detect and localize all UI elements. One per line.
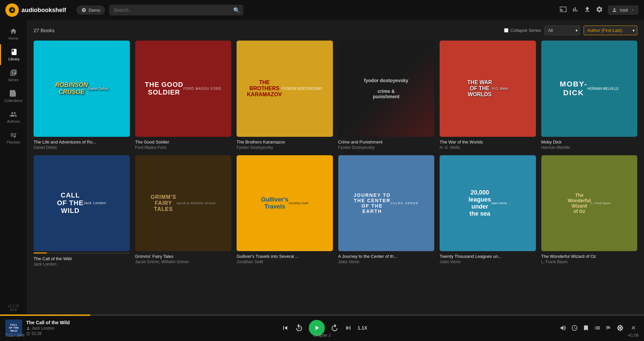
theme-button[interactable]: [617, 325, 624, 331]
upload-icon[interactable]: [584, 6, 591, 15]
books-count: 27 Books: [34, 27, 55, 33]
player-title: The Call of the Wild: [26, 320, 89, 325]
player-author-name: Jack London: [32, 326, 54, 331]
player-progress-bar[interactable]: [0, 315, 644, 316]
sidebar-label-home: Home: [8, 36, 18, 40]
book-cover-12: TheWonderfulWizardof OzL. Frank Baum: [541, 155, 638, 251]
player-duration: 52:28: [26, 331, 89, 336]
book-cover-11: 20,000leaguesunderthe seaJules Verne: [440, 155, 536, 251]
sidebar: Home Library Series Collections Authors …: [0, 20, 27, 314]
book-author-11: Jules Verne: [440, 260, 536, 264]
demo-badge[interactable]: Demo: [77, 5, 105, 15]
filter-select-wrap: All Finished In Progress Unread: [544, 25, 580, 35]
chapters-button[interactable]: [594, 325, 601, 331]
sidebar-item-playlists[interactable]: Playlists: [0, 127, 27, 148]
collapse-series-label[interactable]: Collapse Series: [504, 28, 541, 33]
book-title-6: Moby Dick: [541, 139, 638, 145]
top-nav-right: root: [559, 5, 639, 15]
book-author-4: Fyodor Dostoyevsky: [338, 145, 435, 150]
book-author-7: Jack London: [34, 262, 130, 267]
book-card-1[interactable]: ROBINSONCRUSOEDaniel Defoe The Life and …: [34, 41, 130, 150]
book-author-5: H. G. Wells: [440, 145, 536, 150]
sidebar-label-library: Library: [8, 57, 20, 61]
fast-forward-button[interactable]: [330, 324, 339, 332]
book-title-10: A Journey to the Center of th...: [338, 254, 435, 259]
book-title-7: The Call of the Wild: [34, 256, 130, 261]
book-title-5: The War of the Worlds: [440, 139, 536, 145]
player-author: Jack London: [26, 326, 89, 331]
book-author-10: Jules Verne: [338, 260, 435, 264]
sleep-timer-button[interactable]: [571, 325, 578, 331]
book-card-5[interactable]: THE WAROF THEWORLDSH.G. Wells The War of…: [440, 41, 536, 150]
book-card-9[interactable]: Gulliver'sTravelsJonathan Swift Gulliver…: [237, 155, 333, 267]
cast-icon[interactable]: [559, 6, 567, 15]
book-card-10[interactable]: JOURNEY TOTHE CENTEROF THEEARTHJules Ver…: [338, 155, 435, 267]
player-meta: The Call of the Wild Jack London 52:28: [26, 320, 89, 336]
book-title-4: Crime and Punishment: [338, 139, 435, 145]
user-menu[interactable]: root: [608, 5, 639, 15]
username: root: [620, 7, 628, 13]
book-card-11[interactable]: 20,000leaguesunderthe seaJules Verne Twe…: [440, 155, 536, 267]
skip-to-start-button[interactable]: [281, 324, 289, 332]
book-card-6[interactable]: MOBY-DICKHERMAN MELVILLE Moby Dick Herma…: [541, 41, 638, 150]
player-right-controls: ✕: [554, 322, 644, 334]
book-title-11: Twenty Thousand Leagues un...: [440, 254, 536, 259]
sort-select-wrap: Author (First Last) Title Added Publishe…: [584, 25, 637, 35]
search-input[interactable]: [109, 5, 243, 15]
filter-select[interactable]: All Finished In Progress Unread: [544, 25, 580, 35]
top-nav: audiobookshelf Demo 🔍 root: [0, 0, 644, 20]
sort-select[interactable]: Author (First Last) Title Added Publishe…: [584, 25, 637, 35]
book-cover-9: Gulliver'sTravelsJonathan Swift: [237, 155, 333, 251]
player-bar: CALLOF THEWILD The Call of the Wild Jack…: [0, 314, 644, 341]
sidebar-item-library[interactable]: Library: [0, 44, 27, 65]
book-title-9: Gulliver's Travels into Several ...: [237, 254, 333, 259]
book-card-8[interactable]: GRIMM'SFAIRYTALESJacob & Wilhelm Grimm G…: [135, 155, 232, 267]
book-cover-10: JOURNEY TOTHE CENTEROF THEEARTHJules Ver…: [338, 155, 435, 251]
book-author-3: Fyodor Dostoyevsky: [237, 145, 333, 150]
book-cover-1: ROBINSONCRUSOEDaniel Defoe: [34, 41, 130, 137]
book-title-1: The Life and Adventures of Ro...: [34, 139, 130, 145]
sidebar-version: v2.2.16 local: [5, 301, 22, 314]
sidebar-item-series[interactable]: Series: [0, 65, 27, 86]
book-cover-2: THE GOODSOLDIERFORD MADOX FORD: [135, 41, 232, 137]
toolbar-right: Collapse Series All Finished In Progress…: [504, 25, 637, 35]
sidebar-item-home[interactable]: Home: [0, 23, 27, 44]
sidebar-label-authors: Authors: [7, 119, 20, 123]
book-card-2[interactable]: THE GOODSOLDIERFORD MADOX FORD The Good …: [135, 41, 232, 150]
svg-text:30: 30: [297, 327, 300, 329]
book-author-1: Daniel Defoe: [34, 145, 130, 150]
sidebar-item-collections[interactable]: Collections: [0, 86, 27, 107]
book-card-4[interactable]: fyodor dostoyevskycrime &punishment Crim…: [338, 41, 435, 150]
close-player-button[interactable]: ✕: [628, 322, 639, 334]
main-content: 27 Books Collapse Series All Finished In…: [27, 20, 644, 314]
player-progress-fill: [0, 315, 90, 316]
search-icon[interactable]: 🔍: [233, 7, 240, 13]
sidebar-label-playlists: Playlists: [7, 140, 20, 144]
sidebar-item-authors[interactable]: Authors: [0, 107, 27, 127]
book-card-7[interactable]: CALLOF THEWILDJack London The Call of th…: [34, 155, 130, 267]
sidebar-label-series: Series: [8, 78, 18, 82]
book-grid: ROBINSONCRUSOEDaniel Defoe The Life and …: [34, 41, 637, 267]
book-card-3[interactable]: THEBROTHERSKARAMAZOVFyodor Dostoyevsky T…: [237, 41, 333, 150]
app-name: audiobookshelf: [21, 7, 66, 14]
book-title-12: The Wonderful Wizard of Oz: [541, 254, 638, 259]
chapter-label: Chapter 2: [313, 333, 331, 338]
book-author-12: L. Frank Baum: [541, 260, 638, 264]
rewind-button[interactable]: 30: [295, 324, 303, 332]
stats-icon[interactable]: [572, 6, 579, 15]
book-card-12[interactable]: TheWonderfulWizardof OzL. Frank Baum The…: [541, 155, 638, 267]
demo-label: Demo: [89, 8, 100, 13]
speed-value: 1.1X: [358, 325, 367, 331]
queue-button[interactable]: [605, 325, 612, 331]
book-cover-7: CALLOF THEWILDJack London: [34, 155, 130, 251]
bookmark-button[interactable]: [583, 325, 589, 331]
speed-button[interactable]: 1.1X: [358, 325, 367, 331]
sidebar-label-collections: Collections: [4, 99, 22, 103]
settings-icon[interactable]: [596, 6, 603, 15]
collapse-series-checkbox[interactable]: [504, 28, 508, 33]
volume-button[interactable]: [560, 325, 566, 331]
book-cover-6: MOBY-DICKHERMAN MELVILLE: [541, 41, 638, 137]
logo-icon: [5, 3, 19, 17]
skip-to-end-button[interactable]: [344, 324, 352, 332]
book-author-9: Jonathan Swift: [237, 260, 333, 264]
